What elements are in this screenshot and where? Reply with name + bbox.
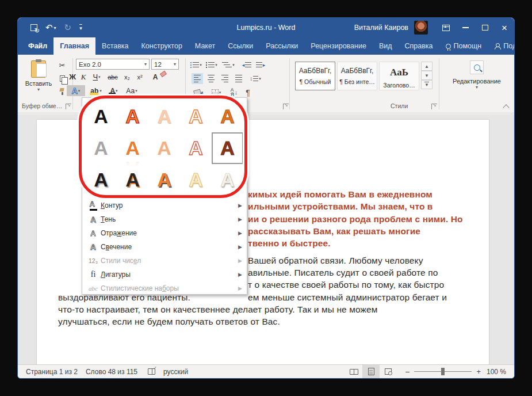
effect-style-10-selected[interactable]: A — [212, 132, 243, 164]
multilevel-list-button[interactable]: ▾ — [221, 59, 235, 70]
zoom-out-icon[interactable]: − — [405, 367, 409, 376]
increase-indent-button[interactable]: ▸ — [255, 59, 266, 70]
line-spacing-button[interactable]: ↕▾ — [248, 73, 263, 84]
sort-button[interactable]: АЯ↓ — [227, 87, 241, 98]
tab-review[interactable]: Рецензирование — [304, 37, 373, 55]
paste-button[interactable]: Вставить ▾ — [24, 59, 53, 106]
tab-help[interactable]: Справка — [399, 37, 439, 55]
superscript-button[interactable]: x² — [134, 71, 146, 82]
effect-style-4[interactable]: A — [180, 101, 212, 132]
menu-item-glow[interactable]: A Свечение ▶ — [82, 240, 247, 254]
web-layout-icon[interactable] — [380, 365, 397, 378]
menu-item-outline[interactable]: A Контур ▶ — [82, 199, 247, 212]
effect-style-8[interactable]: A — [148, 132, 180, 164]
maximize-button[interactable] — [475, 18, 495, 37]
change-case-button[interactable]: Аа▾ — [124, 85, 140, 96]
justify-button[interactable] — [233, 73, 244, 84]
zoom-in-icon[interactable]: + — [476, 367, 481, 376]
tab-design[interactable]: Конструктор — [135, 37, 189, 55]
effect-style-14[interactable]: A — [180, 164, 212, 196]
effect-style-3[interactable]: A — [148, 101, 180, 132]
copy-icon[interactable] — [57, 74, 67, 83]
effect-style-13[interactable]: A — [148, 164, 180, 196]
effect-style-7[interactable]: A — [117, 132, 148, 164]
minimize-button[interactable] — [456, 18, 475, 37]
zoom-slider-thumb[interactable] — [441, 368, 445, 375]
effect-style-2[interactable]: A — [117, 101, 148, 132]
strikethrough-button[interactable]: abc — [105, 71, 120, 82]
status-bar: Страница 1 из 2 Слово 48 из 115 русский … — [18, 364, 514, 378]
effect-style-6[interactable]: A — [85, 132, 117, 164]
show-paragraph-marks-button[interactable]: ¶ — [242, 87, 254, 98]
tab-file[interactable]: Файл — [22, 37, 53, 55]
word-count-status[interactable]: Слово 48 из 115 — [86, 368, 137, 376]
bold-button[interactable]: Ж — [67, 71, 78, 82]
italic-button[interactable]: К — [79, 71, 88, 82]
read-mode-icon[interactable] — [345, 365, 362, 378]
ribbon-display-options-icon[interactable] — [436, 18, 456, 37]
format-painter-icon[interactable] — [57, 87, 67, 96]
effect-style-5[interactable]: A — [212, 101, 243, 132]
zoom-slider[interactable] — [414, 371, 472, 372]
print-layout-icon[interactable] — [362, 365, 380, 378]
style-card-normal[interactable]: АаБбВвГг, ¶ Обычный — [295, 62, 335, 90]
style-card-heading[interactable]: АаЬ Заголово… — [379, 62, 419, 90]
proofing-icon[interactable] — [148, 368, 155, 375]
borders-button[interactable]: ▾ — [209, 87, 224, 98]
tab-assistant[interactable]: Помощн — [439, 37, 488, 55]
tab-mailings[interactable]: Рассылки — [259, 37, 304, 55]
collapse-ribbon-icon[interactable] — [503, 104, 509, 111]
tab-home[interactable]: Главная — [53, 37, 95, 55]
styles-gallery-more-icon[interactable]: ▼ — [421, 80, 433, 89]
zoom-level[interactable]: 100 % — [487, 368, 506, 376]
undo-icon[interactable]: ↶▾ — [45, 22, 56, 33]
styles-dialog-launcher[interactable] — [431, 104, 437, 109]
numbering-button[interactable]: ▾ — [206, 59, 220, 70]
menu-item-stylistic-sets: abc Стилистические наборы ▶ — [82, 281, 247, 295]
close-button[interactable]: × — [495, 18, 514, 37]
account-name[interactable]: Виталий Каиров — [354, 24, 408, 32]
text-effects-button[interactable]: А▾ — [67, 85, 85, 96]
save-icon[interactable] — [30, 24, 37, 31]
effect-style-12[interactable]: A — [117, 164, 148, 196]
menu-item-reflection[interactable]: A Отражение ▶ — [82, 226, 247, 240]
decrease-indent-button[interactable]: ◂ — [241, 59, 252, 70]
tab-view[interactable]: Вид — [373, 37, 399, 55]
subscript-button[interactable]: x₂ — [121, 71, 133, 82]
shading-button[interactable]: ▾ — [190, 87, 206, 98]
font-size-combo[interactable]: 12▾ — [151, 59, 179, 70]
effect-style-11[interactable]: A — [85, 164, 117, 196]
clear-formatting-button[interactable]: А — [149, 71, 162, 82]
editing-group[interactable]: Редактирование ▾ — [448, 60, 506, 90]
effect-style-15[interactable]: A — [212, 164, 243, 196]
tab-insert[interactable]: Вставка — [95, 37, 135, 55]
highlight-button[interactable]: ab▾ — [88, 85, 104, 96]
language-status[interactable]: русский — [163, 368, 188, 376]
effect-style-1[interactable]: A — [85, 101, 117, 132]
font-name-combo[interactable]: Exo 2.0▾ — [76, 59, 150, 70]
menu-item-ligatures[interactable]: fi Лигатуры ▶ — [82, 268, 247, 281]
style-card-no-spacing[interactable]: АаБбВвГг, ¶ Без инте… — [337, 62, 377, 90]
menu-item-shadow[interactable]: A Тень ▶ — [82, 212, 247, 226]
bullets-button[interactable]: ▾ — [190, 59, 204, 70]
align-right-button[interactable] — [219, 73, 231, 84]
paragraph-dialog-launcher[interactable] — [283, 104, 289, 109]
font-color-button[interactable]: А▾ — [106, 85, 121, 96]
tab-references[interactable]: Ссылки — [221, 37, 259, 55]
avatar[interactable] — [414, 21, 428, 35]
effect-style-9[interactable]: A — [180, 132, 212, 164]
cut-icon[interactable]: ✂ — [57, 60, 67, 70]
tab-layout[interactable]: Макет — [189, 37, 221, 55]
clipboard-dialog-launcher[interactable] — [66, 104, 71, 109]
styles-scroll-up-icon[interactable]: ▲ — [421, 62, 433, 71]
doc-red-line-2: ильными устройствами. Мы знаем, что в — [248, 201, 433, 212]
page-count-status[interactable]: Страница 1 из 2 — [26, 368, 78, 376]
align-center-button[interactable] — [205, 73, 217, 84]
customize-qat-icon[interactable]: ▾ — [79, 24, 82, 31]
align-left-button[interactable] — [192, 73, 203, 84]
search-icon[interactable] — [470, 60, 484, 74]
share-button[interactable]: Поделиться — [488, 37, 515, 55]
styles-scroll-down-icon[interactable]: ▼ — [421, 71, 433, 80]
underline-button[interactable]: Ч▾ — [89, 71, 104, 82]
submenu-arrow-icon: ▶ — [238, 216, 242, 222]
